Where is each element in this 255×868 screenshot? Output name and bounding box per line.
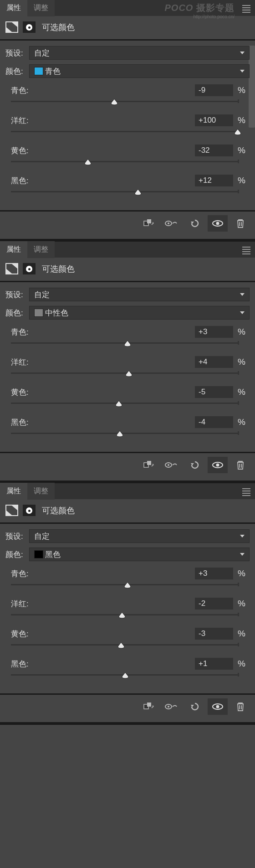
slider-thumb[interactable] bbox=[124, 582, 131, 589]
slider-thumb[interactable] bbox=[116, 431, 123, 437]
color-dropdown[interactable]: 黑色 bbox=[29, 548, 250, 561]
slider-thumb[interactable] bbox=[117, 642, 125, 649]
svg-point-11 bbox=[216, 464, 219, 467]
panel-title: 可选颜色 bbox=[42, 505, 75, 516]
chevron-down-icon bbox=[240, 293, 245, 296]
slider-thumb[interactable] bbox=[115, 401, 122, 407]
slider-label: 洋红: bbox=[11, 599, 195, 609]
slider-label: 黄色: bbox=[11, 387, 195, 398]
tab-adjustments[interactable]: 调整 bbox=[27, 241, 55, 258]
reset-button[interactable] bbox=[185, 698, 205, 715]
clip-to-layer-button[interactable] bbox=[139, 215, 159, 232]
chevron-down-icon bbox=[240, 535, 245, 537]
slider-thumb[interactable] bbox=[234, 129, 241, 135]
slider-track[interactable] bbox=[11, 130, 238, 138]
view-previous-button[interactable] bbox=[162, 698, 182, 715]
reset-button[interactable] bbox=[185, 457, 205, 473]
tab-properties[interactable]: 属性 bbox=[0, 241, 27, 258]
visibility-button[interactable] bbox=[208, 215, 228, 232]
delete-button[interactable] bbox=[230, 215, 250, 232]
clip-to-layer-button[interactable] bbox=[139, 698, 159, 715]
slider-thumb[interactable] bbox=[111, 99, 118, 105]
svg-point-3 bbox=[168, 222, 169, 224]
slider-thumb[interactable] bbox=[122, 672, 129, 679]
slider-label: 黄色: bbox=[11, 629, 195, 639]
preset-label: 预设: bbox=[5, 289, 29, 300]
preset-dropdown[interactable]: 自定 bbox=[29, 529, 250, 543]
tab-bar: 属性调整 bbox=[0, 483, 255, 499]
slider-value-input[interactable] bbox=[195, 356, 233, 368]
slider-value-input[interactable] bbox=[195, 658, 233, 670]
slider-track[interactable] bbox=[11, 402, 238, 410]
slider-value-input[interactable] bbox=[195, 326, 233, 338]
preset-dropdown[interactable]: 自定 bbox=[29, 288, 250, 301]
slider-thumb[interactable] bbox=[118, 612, 126, 619]
percent-label: % bbox=[238, 357, 247, 367]
slider-track[interactable] bbox=[11, 190, 238, 198]
slider-track[interactable] bbox=[11, 673, 238, 682]
slider-track[interactable] bbox=[11, 613, 238, 621]
reset-button[interactable] bbox=[185, 215, 205, 232]
chevron-down-icon bbox=[240, 70, 245, 72]
slider-thumb[interactable] bbox=[124, 341, 131, 347]
percent-label: % bbox=[238, 659, 247, 669]
panel-menu-icon[interactable] bbox=[242, 245, 250, 256]
mask-icon[interactable] bbox=[23, 21, 36, 33]
visibility-button[interactable] bbox=[208, 457, 228, 473]
preset-dropdown[interactable]: 自定 bbox=[29, 46, 250, 60]
tab-properties[interactable]: 属性 bbox=[0, 0, 27, 16]
slider-value-input[interactable] bbox=[195, 628, 233, 640]
percent-label: % bbox=[238, 115, 247, 125]
slider-label: 洋红: bbox=[11, 115, 195, 126]
clip-to-layer-button[interactable] bbox=[139, 457, 159, 473]
percent-label: % bbox=[238, 417, 247, 427]
slider-thumb[interactable] bbox=[125, 371, 133, 377]
view-previous-button[interactable] bbox=[162, 457, 182, 473]
svg-point-9 bbox=[168, 464, 169, 466]
chevron-down-icon bbox=[240, 553, 245, 556]
slider-value-input[interactable] bbox=[195, 114, 233, 126]
tab-adjustments[interactable]: 调整 bbox=[27, 483, 55, 500]
slider-value-input[interactable] bbox=[195, 598, 233, 610]
slider-value-input[interactable] bbox=[195, 416, 233, 428]
slider-value-input[interactable] bbox=[195, 386, 233, 398]
chevron-down-icon bbox=[240, 311, 245, 314]
slider-track[interactable] bbox=[11, 160, 238, 168]
slider-value-input[interactable] bbox=[195, 175, 233, 186]
color-dropdown[interactable]: 中性色 bbox=[29, 306, 250, 320]
tab-bar: 属性调整 bbox=[0, 242, 255, 258]
panel-menu-icon[interactable] bbox=[242, 4, 250, 14]
delete-button[interactable] bbox=[230, 698, 250, 715]
slider-track[interactable] bbox=[11, 372, 238, 380]
percent-label: % bbox=[238, 568, 247, 579]
slider-track[interactable] bbox=[11, 643, 238, 651]
slider-value-input[interactable] bbox=[195, 145, 233, 156]
slider-track[interactable] bbox=[11, 583, 238, 591]
delete-button[interactable] bbox=[230, 457, 250, 473]
percent-label: % bbox=[238, 145, 247, 155]
tab-properties[interactable]: 属性 bbox=[0, 483, 27, 500]
visibility-button[interactable] bbox=[208, 698, 228, 715]
color-label: 颜色: bbox=[5, 308, 29, 318]
slider-track[interactable] bbox=[11, 341, 238, 350]
slider-label: 青色: bbox=[11, 327, 195, 337]
slider-track[interactable] bbox=[11, 100, 238, 108]
slider-thumb[interactable] bbox=[84, 159, 92, 165]
adjustment-type-icon bbox=[5, 263, 18, 274]
adjustment-type-icon bbox=[5, 21, 18, 33]
slider-label: 黑色: bbox=[11, 659, 195, 669]
panel-menu-icon[interactable] bbox=[242, 487, 250, 497]
slider-value-input[interactable] bbox=[195, 568, 233, 579]
preset-label: 预设: bbox=[5, 531, 29, 542]
slider-thumb[interactable] bbox=[134, 189, 142, 196]
slider-track[interactable] bbox=[11, 432, 238, 440]
svg-rect-7 bbox=[147, 461, 151, 465]
color-dropdown[interactable]: 青色 bbox=[29, 64, 250, 78]
tab-adjustments[interactable]: 调整 bbox=[27, 0, 55, 16]
mask-icon[interactable] bbox=[23, 263, 36, 274]
percent-label: % bbox=[238, 85, 247, 95]
scrollbar[interactable] bbox=[249, 46, 255, 128]
mask-icon[interactable] bbox=[23, 505, 36, 516]
view-previous-button[interactable] bbox=[162, 215, 182, 232]
slider-value-input[interactable] bbox=[195, 84, 233, 96]
